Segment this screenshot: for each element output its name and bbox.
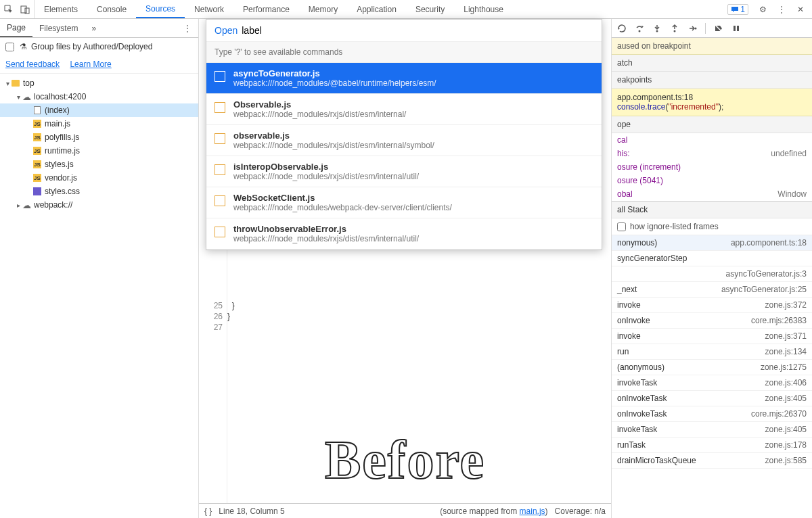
svg-rect-7 [737,26,739,31]
tree-item[interactable]: ▾☁localhost:4200 [0,90,198,103]
step-out-icon[interactable] [670,24,679,33]
debugger-panel: aused on breakpoint atch eakpoints app.c… [612,19,812,518]
tab-lighthouse[interactable]: Lighthouse [454,0,513,18]
tree-item[interactable]: (index) [0,103,198,117]
scope-section[interactable]: ope [612,116,812,133]
breakpoint-code: console.trace("incremented"); [617,102,807,112]
open-file-result[interactable]: Observable.jswebpack:///node_modules/rxj… [206,94,602,125]
breakpoint-item[interactable]: app.component.ts:18 console.trace("incre… [612,89,812,116]
file-tree: ▾top▾☁localhost:4200(index)JSmain.jsJSpo… [0,74,198,518]
scope-entry[interactable]: cal [612,133,812,147]
pretty-print-icon[interactable]: { } [204,507,212,516]
nav-tab-filesystem[interactable]: Filesystem [32,19,85,37]
stack-frame[interactable]: invokezone.js:372 [612,298,812,313]
group-files-checkbox[interactable] [5,43,14,51]
gear-icon[interactable]: ⚙ [758,5,767,14]
devtools-main-tabs: ElementsConsoleSourcesNetworkPerformance… [0,0,812,19]
code-body[interactable]: }} [227,300,235,322]
learn-more-link[interactable]: Learn More [70,60,111,69]
stack-frame[interactable]: syncGeneratorStep [612,251,812,266]
svg-point-5 [695,27,697,29]
tab-security[interactable]: Security [406,0,454,18]
watch-section[interactable]: atch [612,55,812,72]
stack-frame[interactable]: _nextasyncToGenerator.js:25 [612,282,812,298]
stack-frame[interactable]: runTaskzone.js:178 [612,438,812,453]
open-file-result[interactable]: WebSocketClient.jswebpack:///node_module… [206,187,602,218]
pause-exceptions-icon[interactable] [731,24,741,33]
stack-frame[interactable]: onInvokecore.mjs:26383 [612,313,812,329]
ignore-listed-toggle[interactable]: how ignore-listed frames [612,218,812,235]
stack-frame[interactable]: invokeTaskzone.js:406 [612,375,812,391]
more-tabs-icon[interactable]: » [85,19,103,37]
stack-frame[interactable]: (anonymous)zone.js:1275 [612,360,812,375]
deactivate-breakpoints-icon[interactable] [714,24,723,33]
coverage-label: Coverage: n/a [555,507,606,516]
file-icon [215,71,225,82]
open-file-result[interactable]: observable.jswebpack:///node_modules/rxj… [206,125,602,156]
tree-item[interactable]: ▾top [0,76,198,90]
tab-memory[interactable]: Memory [299,0,347,18]
svg-rect-6 [734,26,736,31]
inspect-tools [0,0,35,18]
nav-tab-page[interactable]: Page [0,19,32,37]
ignore-listed-checkbox[interactable] [617,222,626,231]
open-file-input[interactable] [242,25,593,36]
messages-badge[interactable]: 1 [727,4,748,15]
stack-frame[interactable]: invokeTaskzone.js:405 [612,422,812,438]
tab-elements[interactable]: Elements [35,0,87,18]
step-into-icon[interactable] [652,24,662,33]
scope-entry[interactable]: osure (5041) [612,174,812,187]
svg-point-2 [639,30,641,32]
scope-entry[interactable]: obalWindow [612,187,812,201]
breakpoints-section[interactable]: eakpoints [612,72,812,89]
source-mapped-label: (source mapped from main.js) [440,507,547,516]
group-files-label: Group files by Authored/Deployed [31,42,152,51]
tab-network[interactable]: Network [185,0,233,18]
stack-frame[interactable]: nonymous)app.component.ts:18 [612,235,812,251]
stack-frame[interactable]: onInvokeTaskzone.js:405 [612,391,812,406]
tree-item[interactable]: JSstyles.js [0,158,198,171]
svg-point-3 [656,30,658,32]
tab-application[interactable]: Application [347,0,406,18]
open-file-result[interactable]: throwUnobservableError.jswebpack:///node… [206,218,602,250]
tree-item[interactable]: JSpolyfills.js [0,131,198,144]
stack-frame[interactable]: drainMicroTaskQueuezone.js:585 [612,453,812,469]
scope-entry[interactable]: his:undefined [612,147,812,160]
step-over-icon[interactable] [635,24,644,33]
navigator-panel: PageFilesystem » ⋮ ⚗ Group files by Auth… [0,19,199,518]
close-icon[interactable]: ✕ [796,5,805,14]
stack-frame[interactable]: asyncToGenerator.js:3 [612,266,812,282]
tab-console[interactable]: Console [87,0,136,18]
tree-item[interactable]: ▸☁webpack:// [0,198,198,212]
tree-item[interactable]: JSmain.js [0,117,198,131]
stack-frame[interactable]: onInvokeTaskcore.mjs:26370 [612,406,812,422]
step-icon[interactable] [687,24,697,33]
open-file-result[interactable]: isInteropObservable.jswebpack:///node_mo… [206,156,602,187]
tree-item[interactable]: styles.css [0,185,198,198]
tree-item[interactable]: JSvendor.js [0,171,198,185]
svg-point-4 [674,30,676,32]
open-prefix-label: Open [215,25,238,36]
navigator-menu-icon[interactable]: ⋮ [177,19,198,37]
scope-entry[interactable]: osure (increment) [612,160,812,174]
command-results: asyncToGenerator.jswebpack:///node_modul… [206,63,602,250]
file-icon [215,164,225,175]
send-feedback-link[interactable]: Send feedback [5,60,60,69]
tab-performance[interactable]: Performance [233,0,299,18]
editor-status-bar: { } Line 18, Column 5 (source mapped fro… [199,503,611,518]
stack-frame[interactable]: runzone.js:134 [612,344,812,360]
tree-item[interactable]: JSruntime.js [0,144,198,158]
debugger-toolbar [612,19,812,38]
resume-icon[interactable] [617,24,627,33]
scope-list: calhis:undefinedosure (increment)osure (… [612,133,812,201]
call-stack-section[interactable]: all Stack [612,201,812,218]
stack-frame[interactable]: invokezone.js:371 [612,329,812,344]
tab-sources[interactable]: Sources [136,0,185,18]
kebab-icon[interactable]: ⋮ [777,5,786,14]
device-icon[interactable] [20,5,30,14]
open-file-result[interactable]: asyncToGenerator.jswebpack:///node_modul… [206,63,602,94]
navigator-tabs: PageFilesystem » ⋮ [0,19,198,38]
paused-banner: aused on breakpoint [612,38,812,55]
inspect-icon[interactable] [4,5,14,14]
messages-count: 1 [740,5,745,14]
